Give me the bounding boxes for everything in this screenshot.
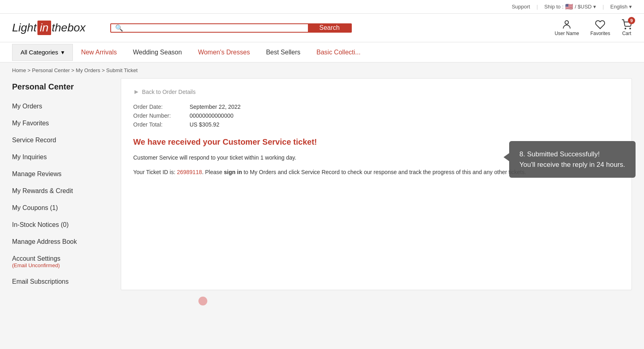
nav-item-basic-collection[interactable]: Basic Collecti... (316, 49, 360, 56)
cart-badge: 9 (628, 17, 635, 24)
language-selector[interactable]: English ▾ (610, 4, 632, 10)
sidebar-item-my-coupons[interactable]: My Coupons (1) (12, 199, 121, 216)
all-categories-button[interactable]: All Categories ▾ (12, 44, 73, 61)
breadcrumb-sep2: > (71, 67, 76, 73)
header-icons: User Name Favorites 9 Cart (555, 19, 632, 36)
top-bar: Support | Ship to : 🇺🇸 / $USD ▾ | Englis… (0, 0, 644, 14)
user-icon (561, 19, 572, 30)
nav-item-new-arrivals[interactable]: New Arrivals (81, 49, 117, 56)
svg-point-1 (625, 28, 626, 29)
ticket-prefix: Your Ticket ID is: (133, 169, 177, 175)
sidebar-item-my-favorites[interactable]: My Favorites (12, 115, 121, 132)
flag-icon: 🇺🇸 (565, 3, 573, 10)
nav-item-wedding-season[interactable]: Wedding Season (133, 49, 182, 56)
breadcrumb-personal-center[interactable]: Personal Center (32, 67, 70, 73)
sidebar-item-email-subscriptions[interactable]: Email Subscriptions (12, 273, 121, 290)
logo-light: Light (12, 21, 37, 34)
ticket-sign-in[interactable]: sign in (224, 169, 242, 175)
cart[interactable]: 9 Cart (621, 19, 632, 36)
svg-point-2 (630, 28, 631, 29)
breadcrumb-my-orders[interactable]: My Orders (76, 67, 100, 73)
sidebar-item-manage-reviews[interactable]: Manage Reviews (12, 166, 121, 183)
order-info-table: Order Date: September 22, 2022 Order Num… (133, 104, 619, 128)
logo-in: in (37, 21, 51, 35)
nav-item-best-sellers[interactable]: Best Sellers (266, 49, 300, 56)
user-name-label: User Name (555, 31, 579, 36)
ticket-middle: to My Orders and click Service Record to… (242, 169, 526, 175)
order-number-label: Order Number: (133, 112, 190, 119)
breadcrumb-current: Submit Ticket (106, 67, 138, 73)
svg-point-0 (565, 21, 569, 24)
back-arrow-icon: ► (133, 88, 140, 96)
categories-chevron: ▾ (61, 49, 64, 56)
search-button[interactable]: Search (308, 24, 351, 32)
tooltip-line2: You'll receive the reply in 24 hours. (520, 160, 625, 170)
user-account[interactable]: User Name (555, 19, 579, 36)
heart-icon (595, 19, 605, 30)
logo-thebox: thebox (52, 21, 86, 34)
breadcrumb-home[interactable]: Home (12, 67, 26, 73)
divider1: | (537, 4, 538, 10)
ship-label: Ship to : (544, 4, 564, 10)
cart-label: Cart (622, 31, 632, 36)
order-date-row: Order Date: September 22, 2022 (133, 104, 619, 110)
order-date-value: September 22, 2022 (190, 104, 241, 110)
sidebar-item-service-record[interactable]: Service Record (12, 132, 121, 149)
nav-bar: All Categories ▾ New Arrivals Wedding Se… (0, 42, 644, 62)
header: Light in thebox 🔍 Search User Name Favor… (0, 14, 644, 42)
ticket-suffix: . Please (202, 169, 224, 175)
sidebar: Personal Center My Orders My Favorites S… (12, 78, 121, 290)
support-link[interactable]: Support (512, 4, 530, 10)
divider2: | (603, 4, 604, 10)
order-date-label: Order Date: (133, 104, 190, 110)
back-to-order-details-link[interactable]: ► Back to Order Details (133, 88, 619, 96)
back-link-label: Back to Order Details (142, 89, 196, 95)
search-input[interactable] (126, 25, 304, 31)
order-total-row: Order Total: US $305.92 (133, 121, 619, 128)
search-input-wrapper: 🔍 (111, 24, 308, 32)
currency-label: / $USD (575, 4, 592, 10)
ticket-id-link[interactable]: 26989118 (177, 169, 202, 175)
breadcrumb-sep3: > (102, 67, 106, 73)
currency-chevron[interactable]: ▾ (593, 4, 596, 10)
sidebar-item-rewards-credit[interactable]: My Rewards & Credit (12, 183, 121, 199)
language-label: English (610, 4, 627, 10)
favorites-label: Favorites (590, 31, 610, 36)
order-number-value: 00000000000000 (190, 112, 233, 119)
order-total-value: US $305.92 (190, 121, 219, 128)
sidebar-item-account-settings[interactable]: Account Settings (Email Unconfirmed) (12, 250, 121, 273)
sidebar-item-my-orders[interactable]: My Orders (12, 98, 121, 115)
order-total-label: Order Total: (133, 121, 190, 128)
tooltip-arrow (504, 153, 509, 161)
lang-chevron: ▾ (629, 4, 632, 10)
sidebar-title: Personal Center (12, 82, 121, 91)
all-categories-label: All Categories (21, 49, 58, 56)
logo[interactable]: Light in thebox (12, 21, 101, 35)
search-icon: 🔍 (115, 24, 123, 32)
sidebar-item-manage-address-book[interactable]: Manage Address Book (12, 233, 121, 250)
tooltip-line1: 8. Submitted Successfully! (520, 149, 625, 160)
nav-items: New Arrivals Wedding Season Women's Dres… (81, 49, 360, 56)
breadcrumb: Home > Personal Center > My Orders > Sub… (0, 62, 644, 78)
sidebar-item-in-stock-notices[interactable]: In-Stock Notices (0) (12, 216, 121, 233)
search-bar: 🔍 Search (110, 23, 352, 33)
content-area: ► Back to Order Details Order Date: Sept… (121, 78, 632, 290)
main-content: Personal Center My Orders My Favorites S… (0, 78, 644, 302)
favorites[interactable]: Favorites (590, 19, 610, 36)
breadcrumb-sep1: > (27, 67, 32, 73)
nav-item-womens-dresses[interactable]: Women's Dresses (198, 49, 250, 56)
tooltip-box: 8. Submitted Successfully! You'll receiv… (509, 141, 636, 178)
order-number-row: Order Number: 00000000000000 (133, 112, 619, 119)
sidebar-item-my-inquiries[interactable]: My Inquiries (12, 149, 121, 166)
ship-to: Ship to : 🇺🇸 / $USD ▾ (544, 3, 596, 10)
